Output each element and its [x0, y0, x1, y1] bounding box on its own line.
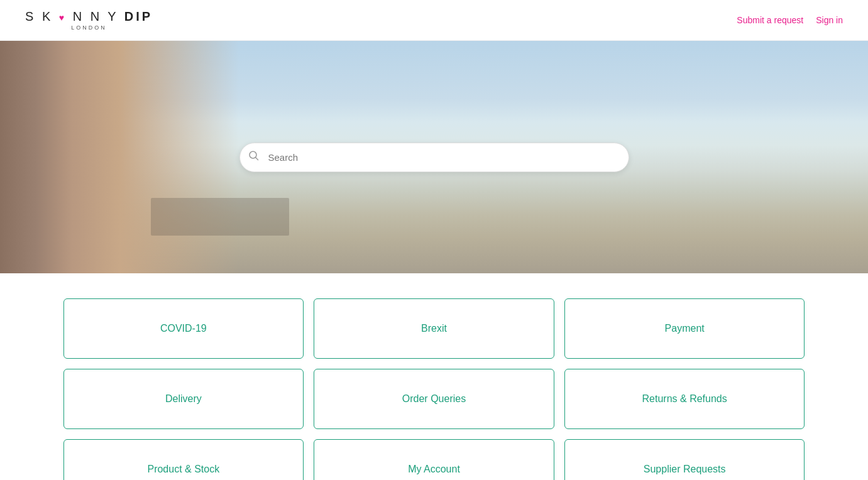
category-card-product-stock[interactable]: Product & Stock — [63, 439, 304, 480]
logo: S K ♥ N N Y DIP LONDON — [25, 9, 153, 31]
categories-section: COVID-19BrexitPaymentDeliveryOrder Queri… — [0, 273, 868, 480]
sign-in-link[interactable]: Sign in — [816, 15, 843, 25]
category-card-covid[interactable]: COVID-19 — [63, 298, 304, 359]
category-label-covid: COVID-19 — [160, 323, 207, 334]
hero-pier-decoration — [151, 198, 289, 236]
category-card-returns[interactable]: Returns & Refunds — [564, 369, 805, 429]
hero-left-overlay — [0, 41, 239, 273]
category-card-payment[interactable]: Payment — [564, 298, 805, 359]
category-label-my-account: My Account — [408, 464, 460, 475]
category-label-product-stock: Product & Stock — [147, 464, 219, 475]
category-card-my-account[interactable]: My Account — [314, 439, 554, 480]
category-label-order-queries: Order Queries — [402, 393, 466, 405]
svg-line-1 — [255, 158, 258, 160]
site-header: S K ♥ N N Y DIP LONDON Submit a request … — [0, 0, 868, 41]
logo-brand: S K ♥ N N Y DIP — [25, 9, 153, 24]
category-card-brexit[interactable]: Brexit — [314, 298, 554, 359]
category-label-brexit: Brexit — [421, 323, 447, 334]
submit-request-link[interactable]: Submit a request — [737, 15, 803, 25]
search-input[interactable] — [239, 143, 629, 172]
category-label-supplier-requests: Supplier Requests — [644, 464, 726, 475]
category-label-returns: Returns & Refunds — [642, 393, 727, 405]
logo-heart-icon: ♥ — [59, 13, 67, 23]
logo-sub: LONDON — [71, 25, 107, 31]
categories-grid: COVID-19BrexitPaymentDeliveryOrder Queri… — [63, 298, 805, 480]
search-container — [239, 143, 629, 172]
category-card-order-queries[interactable]: Order Queries — [314, 369, 554, 429]
header-nav: Submit a request Sign in — [737, 15, 843, 25]
logo-brand-text: DIP — [124, 9, 153, 23]
hero-banner — [0, 41, 868, 273]
category-label-payment: Payment — [665, 323, 705, 334]
category-card-supplier-requests[interactable]: Supplier Requests — [564, 439, 805, 480]
search-icon — [249, 151, 259, 163]
category-label-delivery: Delivery — [165, 393, 202, 405]
category-card-delivery[interactable]: Delivery — [63, 369, 304, 429]
